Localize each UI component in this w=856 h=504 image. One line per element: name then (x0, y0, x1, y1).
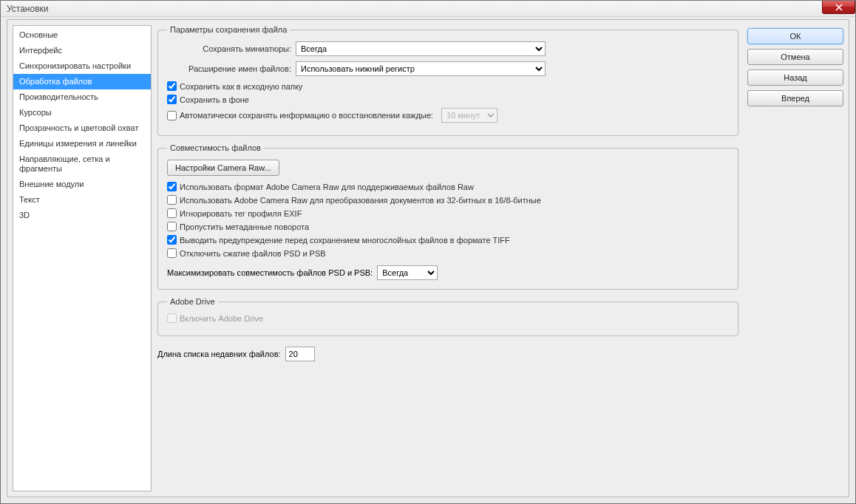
ignore-exif-label: Игнорировать тег профиля EXIF (180, 209, 302, 218)
recent-count-input[interactable] (285, 347, 315, 361)
use-acr-raw-checkbox[interactable] (167, 182, 177, 191)
dialog-body: Основные Интерфейс Синхронизировать наст… (7, 19, 849, 497)
titlebar: Установки (1, 1, 855, 17)
file-save-group: Параметры сохранения файла Сохранять мин… (157, 25, 738, 136)
sidebar-item-text[interactable]: Текст (13, 192, 151, 208)
disable-psd-label: Отключить сжатие файлов PSD и PSB (180, 249, 326, 258)
maximize-select[interactable]: Всегда (377, 265, 438, 280)
close-button[interactable] (822, 1, 855, 14)
sidebar-item-transparency[interactable]: Прозрачность и цветовой охват (13, 120, 151, 136)
sidebar-item-interface[interactable]: Интерфейс (13, 43, 151, 58)
camera-raw-settings-button[interactable]: Настройки Camera Raw... (167, 160, 279, 176)
drive-legend: Adobe Drive (167, 297, 218, 306)
main-panel: Параметры сохранения файла Сохранять мин… (157, 25, 741, 491)
auto-save-label: Автоматически сохранять информацию о вос… (180, 111, 433, 120)
ignore-exif-checkbox[interactable] (167, 208, 177, 218)
skip-rot-label: Пропустить метаданные поворота (180, 222, 309, 231)
enable-drive-checkbox (167, 313, 177, 323)
use-acr-raw-label: Использовать формат Adobe Camera Raw для… (180, 183, 474, 191)
save-background-checkbox[interactable] (167, 95, 177, 104)
auto-save-interval-select[interactable]: 10 минут (441, 108, 497, 123)
use-acr-32-label: Использовать Adobe Camera Raw для преобр… (180, 196, 541, 205)
sidebar-item-general[interactable]: Основные (13, 27, 151, 43)
category-sidebar: Основные Интерфейс Синхронизировать наст… (13, 25, 152, 491)
close-icon (835, 4, 843, 11)
sidebar-item-cursors[interactable]: Курсоры (13, 105, 151, 120)
auto-save-checkbox[interactable] (167, 111, 177, 120)
skip-rot-checkbox[interactable] (167, 222, 177, 231)
sidebar-item-plugins[interactable]: Внешние модули (13, 177, 151, 192)
ext-label: Расширение имен файлов: (167, 64, 291, 73)
enable-drive-label: Включить Adobe Drive (180, 314, 263, 323)
save-original-checkbox[interactable] (167, 81, 177, 91)
thumbs-label: Сохранять миниатюры: (167, 44, 291, 53)
use-acr-32-checkbox[interactable] (167, 195, 177, 205)
sidebar-item-sync[interactable]: Синхронизировать настройки (13, 58, 151, 74)
cancel-button[interactable]: Отмена (747, 49, 843, 65)
sidebar-item-3d[interactable]: 3D (13, 208, 151, 223)
tiff-warn-checkbox[interactable] (167, 235, 177, 245)
drive-group: Adobe Drive Включить Adobe Drive (157, 297, 738, 336)
save-background-label: Сохранить в фоне (180, 95, 249, 104)
tiff-warn-label: Выводить предупреждение перед сохранение… (180, 236, 510, 245)
back-button[interactable]: Назад (747, 69, 843, 86)
sidebar-item-performance[interactable]: Производительность (13, 89, 151, 105)
ok-button[interactable]: ОК (747, 28, 843, 44)
compat-group: Совместимость файлов Настройки Camera Ra… (157, 143, 738, 290)
sidebar-item-units[interactable]: Единицы измерения и линейки (13, 136, 151, 151)
disable-psd-checkbox[interactable] (167, 248, 177, 258)
preferences-window: Установки Основные Интерфейс Синхронизир… (0, 0, 856, 504)
maximize-label: Максимизировать совместимость файлов PSD… (167, 268, 373, 277)
recent-label: Длина списка недавних файлов: (157, 350, 281, 358)
window-title: Установки (7, 4, 48, 14)
compat-legend: Совместимость файлов (167, 143, 264, 152)
save-original-label: Сохранить как в исходную папку (180, 82, 302, 91)
sidebar-item-guides[interactable]: Направляющие, сетка и фрагменты (13, 151, 151, 177)
ext-select[interactable]: Использовать нижний регистр (296, 61, 546, 76)
file-save-legend: Параметры сохранения файла (167, 25, 290, 34)
sidebar-item-file-handling[interactable]: Обработка файлов (13, 74, 151, 89)
forward-button[interactable]: Вперед (747, 90, 843, 106)
dialog-buttons: ОК Отмена Назад Вперед (747, 25, 843, 491)
thumbs-select[interactable]: Всегда (296, 41, 546, 56)
